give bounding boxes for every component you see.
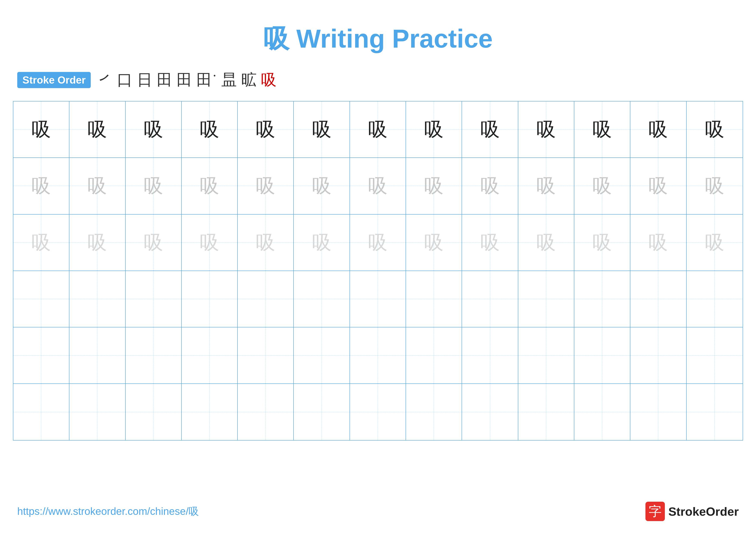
grid-cell-1-5[interactable]: 吸 <box>294 158 350 214</box>
grid-cell-2-11[interactable]: 吸 <box>630 215 687 270</box>
grid-cell-5-7[interactable] <box>406 384 462 440</box>
grid-cell-2-5[interactable]: 吸 <box>294 215 350 270</box>
grid-cell-4-7[interactable] <box>406 327 462 383</box>
cell-char-0-8: 吸 <box>480 116 500 142</box>
stroke-9: 吸 <box>261 69 277 90</box>
grid-cell-3-8[interactable] <box>462 271 518 327</box>
grid-cell-3-2[interactable] <box>126 271 182 327</box>
grid-cell-4-8[interactable] <box>462 327 518 383</box>
cell-char-1-8: 吸 <box>480 173 500 199</box>
cell-char-0-0: 吸 <box>32 116 51 142</box>
grid-cell-1-6[interactable]: 吸 <box>350 158 406 214</box>
grid-cell-5-9[interactable] <box>518 384 574 440</box>
grid-cell-0-9[interactable]: 吸 <box>518 101 574 158</box>
grid-cell-3-5[interactable] <box>294 271 350 327</box>
grid-row-1: 吸吸吸吸吸吸吸吸吸吸吸吸吸 <box>14 158 742 214</box>
cell-char-0-5: 吸 <box>312 116 332 142</box>
grid-cell-3-11[interactable] <box>630 271 687 327</box>
grid-cell-2-1[interactable]: 吸 <box>69 215 125 270</box>
grid-cell-3-6[interactable] <box>350 271 406 327</box>
cell-char-2-5: 吸 <box>312 229 332 256</box>
grid-cell-0-7[interactable]: 吸 <box>406 101 462 158</box>
grid-cell-3-0[interactable] <box>14 271 69 327</box>
grid-cell-1-10[interactable]: 吸 <box>574 158 630 214</box>
grid-cell-3-7[interactable] <box>406 271 462 327</box>
grid-cell-1-8[interactable]: 吸 <box>462 158 518 214</box>
cell-char-1-4: 吸 <box>256 173 275 199</box>
grid-cell-5-3[interactable] <box>182 384 238 440</box>
grid-cell-5-0[interactable] <box>14 384 69 440</box>
grid-cell-5-11[interactable] <box>630 384 687 440</box>
grid-cell-4-6[interactable] <box>350 327 406 383</box>
grid-cell-0-6[interactable]: 吸 <box>350 101 406 158</box>
grid-cell-4-1[interactable] <box>69 327 125 383</box>
grid-cell-2-7[interactable]: 吸 <box>406 215 462 270</box>
grid-cell-5-12[interactable] <box>687 384 742 440</box>
grid-cell-5-2[interactable] <box>126 384 182 440</box>
practice-grid: 吸吸吸吸吸吸吸吸吸吸吸吸吸吸吸吸吸吸吸吸吸吸吸吸吸吸吸吸吸吸吸吸吸吸吸吸吸吸吸 <box>13 101 743 441</box>
grid-cell-5-5[interactable] <box>294 384 350 440</box>
cell-char-2-7: 吸 <box>424 229 444 256</box>
grid-cell-4-4[interactable] <box>238 327 294 383</box>
grid-cell-4-2[interactable] <box>126 327 182 383</box>
grid-cell-1-7[interactable]: 吸 <box>406 158 462 214</box>
grid-cell-4-0[interactable] <box>14 327 69 383</box>
grid-cell-1-12[interactable]: 吸 <box>687 158 742 214</box>
grid-cell-1-0[interactable]: 吸 <box>14 158 69 214</box>
grid-cell-0-11[interactable]: 吸 <box>630 101 687 158</box>
grid-cell-0-12[interactable]: 吸 <box>687 101 742 158</box>
grid-cell-1-9[interactable]: 吸 <box>518 158 574 214</box>
grid-cell-0-0[interactable]: 吸 <box>14 101 69 158</box>
grid-cell-2-8[interactable]: 吸 <box>462 215 518 270</box>
grid-cell-4-10[interactable] <box>574 327 630 383</box>
grid-cell-2-6[interactable]: 吸 <box>350 215 406 270</box>
grid-cell-3-1[interactable] <box>69 271 125 327</box>
grid-cell-0-8[interactable]: 吸 <box>462 101 518 158</box>
grid-cell-0-10[interactable]: 吸 <box>574 101 630 158</box>
grid-cell-4-3[interactable] <box>182 327 238 383</box>
grid-cell-1-2[interactable]: 吸 <box>126 158 182 214</box>
grid-cell-0-2[interactable]: 吸 <box>126 101 182 158</box>
grid-cell-1-4[interactable]: 吸 <box>238 158 294 214</box>
grid-cell-5-8[interactable] <box>462 384 518 440</box>
grid-cell-3-12[interactable] <box>687 271 742 327</box>
grid-cell-2-3[interactable]: 吸 <box>182 215 238 270</box>
grid-cell-0-5[interactable]: 吸 <box>294 101 350 158</box>
stroke-8: 昿 <box>241 69 257 90</box>
grid-cell-2-9[interactable]: 吸 <box>518 215 574 270</box>
cell-char-2-2: 吸 <box>144 229 163 256</box>
grid-cell-3-4[interactable] <box>238 271 294 327</box>
page-title: 吸 Writing Practice <box>263 24 493 53</box>
grid-cell-2-12[interactable]: 吸 <box>687 215 742 270</box>
grid-cell-5-10[interactable] <box>574 384 630 440</box>
stroke-chars: ㇒ 口 日 田 田 田˙ 昷 昿 吸 <box>97 69 277 90</box>
grid-cell-2-10[interactable]: 吸 <box>574 215 630 270</box>
grid-cell-3-9[interactable] <box>518 271 574 327</box>
grid-cell-0-1[interactable]: 吸 <box>69 101 125 158</box>
grid-cell-1-3[interactable]: 吸 <box>182 158 238 214</box>
grid-cell-4-12[interactable] <box>687 327 742 383</box>
grid-cell-2-4[interactable]: 吸 <box>238 215 294 270</box>
grid-cell-5-1[interactable] <box>69 384 125 440</box>
grid-cell-4-5[interactable] <box>294 327 350 383</box>
grid-cell-5-4[interactable] <box>238 384 294 440</box>
footer-url: https://www.strokeorder.com/chinese/吸 <box>17 504 199 518</box>
grid-cell-1-1[interactable]: 吸 <box>69 158 125 214</box>
grid-cell-2-0[interactable]: 吸 <box>14 215 69 270</box>
grid-cell-4-11[interactable] <box>630 327 687 383</box>
stroke-order-badge: Stroke Order <box>17 72 91 88</box>
grid-cell-0-3[interactable]: 吸 <box>182 101 238 158</box>
stroke-4: 田 <box>157 69 172 90</box>
grid-cell-4-9[interactable] <box>518 327 574 383</box>
grid-cell-2-2[interactable]: 吸 <box>126 215 182 270</box>
grid-cell-5-6[interactable] <box>350 384 406 440</box>
title-section: 吸 Writing Practice <box>0 0 756 57</box>
grid-cell-3-3[interactable] <box>182 271 238 327</box>
grid-cell-3-10[interactable] <box>574 271 630 327</box>
logo-icon: 字 <box>645 502 665 521</box>
grid-cell-0-4[interactable]: 吸 <box>238 101 294 158</box>
cell-char-1-12: 吸 <box>705 173 724 199</box>
grid-row-2: 吸吸吸吸吸吸吸吸吸吸吸吸吸 <box>14 215 742 271</box>
grid-cell-1-11[interactable]: 吸 <box>630 158 687 214</box>
cell-char-2-4: 吸 <box>256 229 275 256</box>
